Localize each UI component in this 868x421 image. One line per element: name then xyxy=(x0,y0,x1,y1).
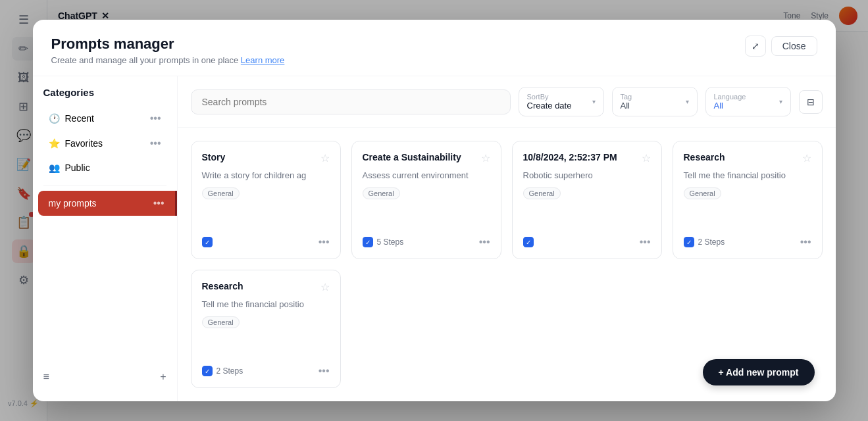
categories-sidebar: Categories 🕐 Recent ••• ⭐ Favorites ••• xyxy=(33,76,178,401)
prompt-card-4-steps: 2 Steps xyxy=(698,237,725,247)
sidebar-item-public-left: 👥 Public xyxy=(49,162,90,173)
prompt-card-3-footer-left: ✓ xyxy=(523,237,534,247)
prompt-card-5-star[interactable]: ☆ xyxy=(320,281,330,293)
sidebar-item-recent[interactable]: 🕐 Recent ••• xyxy=(38,106,172,131)
prompt-card-2-header: Create a Sustainability ☆ xyxy=(363,152,490,164)
prompt-card-2[interactable]: Create a Sustainability ☆ Assess current… xyxy=(351,141,501,259)
prompt-card-3-checkbox[interactable]: ✓ xyxy=(523,237,534,247)
sidebar-footer: ≡ + xyxy=(33,363,177,391)
sort-by-chevron: ▾ xyxy=(592,98,596,105)
modal-body: Categories 🕐 Recent ••• ⭐ Favorites ••• xyxy=(33,76,836,401)
tag-content: Tag All xyxy=(621,93,632,111)
prompt-card-5-steps: 2 Steps xyxy=(217,366,243,376)
prompt-card-1-title: Story xyxy=(202,152,320,162)
language-dropdown[interactable]: Language All ▾ xyxy=(705,87,791,116)
modal-header-actions: ⤢ Close xyxy=(745,36,817,57)
prompt-card-4[interactable]: Research ☆ Tell me the financial positio… xyxy=(673,141,823,259)
prompt-card-5-checkbox[interactable]: ✓ xyxy=(202,366,213,376)
prompt-card-2-tag: General xyxy=(363,187,400,199)
prompt-card-4-title: Research xyxy=(684,152,802,162)
prompt-card-2-checkbox[interactable]: ✓ xyxy=(363,237,373,247)
clock-icon: 🕐 xyxy=(49,113,60,124)
prompt-card-3-header: 10/8/2024, 2:52:37 PM ☆ xyxy=(523,152,651,164)
sidebar-item-favorites[interactable]: ⭐ Favorites ••• xyxy=(38,131,172,156)
sidebar-item-favorites-left: ⭐ Favorites xyxy=(49,138,103,149)
sidebar-item-recent-dots[interactable]: ••• xyxy=(150,112,161,124)
prompt-card-1-tag: General xyxy=(202,187,240,199)
prompt-card-5-tag: General xyxy=(202,316,240,328)
users-icon: 👥 xyxy=(49,162,60,173)
prompt-card-1-checkbox[interactable]: ✓ xyxy=(202,237,213,247)
prompt-card-2-dots[interactable]: ••• xyxy=(479,236,490,248)
prompt-card-4-checkbox[interactable]: ✓ xyxy=(684,237,694,247)
prompt-card-4-footer: ✓ 2 Steps ••• xyxy=(684,236,811,248)
tag-dropdown[interactable]: Tag All ▾ xyxy=(612,87,698,116)
prompt-card-5-title: Research xyxy=(202,281,320,291)
prompt-card-1[interactable]: Story ☆ Write a story for children ag Ge… xyxy=(191,141,341,259)
prompt-card-4-header: Research ☆ xyxy=(684,152,811,164)
learn-more-link[interactable]: Learn more xyxy=(241,55,284,65)
prompt-card-3-tag: General xyxy=(523,187,561,199)
modal-title: Prompts manager xyxy=(51,36,285,53)
prompt-card-5-footer: ✓ 2 Steps ••• xyxy=(202,365,330,377)
prompt-card-1-star[interactable]: ☆ xyxy=(320,152,330,164)
sidebar-divider xyxy=(43,185,166,186)
prompt-card-4-footer-left: ✓ 2 Steps xyxy=(684,237,725,247)
prompt-card-5-dots[interactable]: ••• xyxy=(319,365,330,377)
prompt-card-5[interactable]: Research ☆ Tell me the financial positio… xyxy=(191,270,341,388)
modal-subtitle: Create and manage all your prompts in on… xyxy=(51,55,285,65)
prompt-card-2-footer: ✓ 5 Steps ••• xyxy=(363,236,490,248)
prompt-card-3[interactable]: 10/8/2024, 2:52:37 PM ☆ Robotic superher… xyxy=(512,141,662,259)
prompts-manager-modal: Prompts manager Create and manage all yo… xyxy=(33,20,836,401)
sidebar-item-my-prompts-label: my prompts xyxy=(49,198,97,209)
prompt-card-5-desc: Tell me the financial positio xyxy=(202,299,330,310)
prompt-card-4-dots[interactable]: ••• xyxy=(800,236,811,248)
prompt-card-1-footer: ✓ ••• xyxy=(202,236,330,248)
star-icon: ⭐ xyxy=(49,138,60,149)
prompt-card-3-title: 10/8/2024, 2:52:37 PM xyxy=(523,152,642,162)
content-area: SortBy Create date ▾ Tag All ▾ xyxy=(178,76,836,401)
prompt-card-3-dots[interactable]: ••• xyxy=(640,236,651,248)
sidebar-item-recent-left: 🕐 Recent xyxy=(49,113,94,124)
sidebar-item-public-label: Public xyxy=(65,162,90,173)
language-content: Language All xyxy=(714,93,746,111)
content-toolbar: SortBy Create date ▾ Tag All ▾ xyxy=(178,76,836,128)
sidebar-item-my-prompts[interactable]: my prompts ••• xyxy=(38,191,177,216)
prompt-card-4-tag: General xyxy=(684,187,721,199)
prompt-card-3-footer: ✓ ••• xyxy=(523,236,651,248)
prompt-card-2-footer-left: ✓ 5 Steps xyxy=(363,237,404,247)
grid-view-button[interactable]: ⊟ xyxy=(799,90,823,114)
modal-overlay: Prompts manager Create and manage all yo… xyxy=(0,0,868,421)
search-input[interactable] xyxy=(191,89,511,114)
prompt-card-3-desc: Robotic superhero xyxy=(523,170,651,182)
tag-chevron: ▾ xyxy=(686,98,689,105)
expand-button[interactable]: ⤢ xyxy=(745,36,766,57)
prompt-card-4-star[interactable]: ☆ xyxy=(802,152,811,164)
prompt-card-1-header: Story ☆ xyxy=(202,152,330,164)
close-button[interactable]: Close xyxy=(771,36,817,56)
add-new-prompt-button[interactable]: + Add new prompt xyxy=(703,359,815,385)
sort-by-content: SortBy Create date xyxy=(527,93,572,111)
sidebar-item-my-prompts-dots[interactable]: ••• xyxy=(153,197,165,209)
sort-by-dropdown[interactable]: SortBy Create date ▾ xyxy=(519,87,604,116)
sidebar-menu-icon[interactable]: ≡ xyxy=(43,371,49,383)
prompt-card-4-desc: Tell me the financial positio xyxy=(684,170,811,182)
sidebar-item-my-prompts-left: my prompts xyxy=(49,198,97,209)
prompt-card-5-footer-left: ✓ 2 Steps xyxy=(202,366,243,376)
prompt-card-2-star[interactable]: ☆ xyxy=(481,152,490,164)
prompt-card-1-desc: Write a story for children ag xyxy=(202,170,330,182)
modal-header: Prompts manager Create and manage all yo… xyxy=(33,20,836,76)
prompt-card-1-footer-left: ✓ xyxy=(202,237,213,247)
sidebar-item-favorites-label: Favorites xyxy=(65,138,103,149)
prompt-card-2-title: Create a Sustainability xyxy=(363,152,481,162)
prompt-card-1-dots[interactable]: ••• xyxy=(319,236,330,248)
prompt-card-3-star[interactable]: ☆ xyxy=(642,152,651,164)
sidebar-item-favorites-dots[interactable]: ••• xyxy=(150,137,161,149)
sidebar-item-public[interactable]: 👥 Public xyxy=(38,156,172,180)
sidebar-add-icon[interactable]: + xyxy=(160,371,166,383)
categories-title: Categories xyxy=(33,87,177,106)
sidebar-item-recent-label: Recent xyxy=(65,113,94,124)
language-chevron: ▾ xyxy=(779,98,782,105)
modal-header-text: Prompts manager Create and manage all yo… xyxy=(51,36,285,65)
prompt-card-2-desc: Assess current environment xyxy=(363,170,490,182)
